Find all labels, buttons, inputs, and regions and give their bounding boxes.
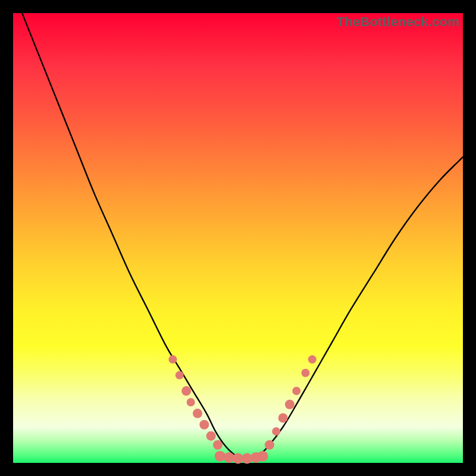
- curve-marker: [187, 398, 195, 406]
- curve-marker: [258, 451, 268, 462]
- chart-frame: TheBottleneck.com: [13, 13, 463, 463]
- curve-marker: [265, 440, 274, 450]
- watermark-text: TheBottleneck.com: [337, 14, 459, 30]
- curve-marker: [272, 427, 280, 436]
- curve-marker: [176, 371, 184, 380]
- curve-marker: [285, 400, 295, 409]
- curve-marker: [213, 440, 223, 450]
- curve-marker: [199, 420, 209, 430]
- bottleneck-curve: [22, 13, 463, 459]
- curve-marker: [292, 387, 300, 395]
- curve-marker: [215, 451, 226, 462]
- curve-marker: [181, 386, 191, 396]
- curve-marker: [278, 413, 288, 422]
- curve-marker: [193, 409, 202, 418]
- curve-marker: [168, 355, 177, 364]
- curve-marker: [301, 369, 309, 377]
- plot-area: TheBottleneck.com: [13, 13, 463, 463]
- curve-marker: [206, 431, 216, 441]
- curve-marker: [308, 355, 317, 364]
- chart-svg: [13, 13, 463, 463]
